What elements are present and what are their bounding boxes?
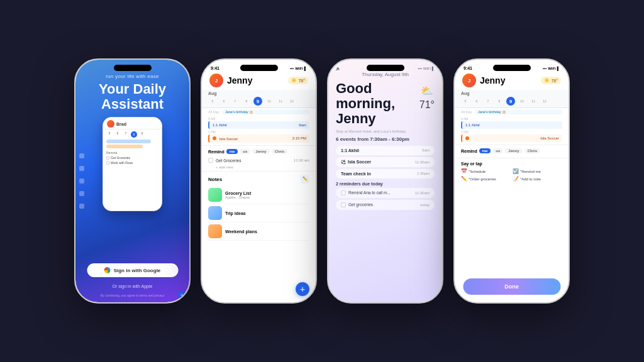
user-avatar-2: J <box>209 74 223 87</box>
sidebar-icon-reminder <box>79 191 84 196</box>
order-icon: ✏️ <box>461 176 467 182</box>
done-button[interactable]: Done <box>463 278 560 295</box>
voice-cmd-schedule[interactable]: 📅 "Schedule <box>461 168 511 174</box>
phone-header-4: J Jenny ☀️ 78° <box>455 72 569 90</box>
remind-chip-chris[interactable]: Chris <box>272 149 287 154</box>
wifi-icon: WiFi <box>295 67 303 70</box>
add-new-task[interactable]: + add new <box>208 164 309 169</box>
calendar-strip-4: Aug 5 6 7 8 9 10 11 12 <box>455 90 569 108</box>
all-day-row-2: All Day Jane's birthday 🎂 <box>202 108 316 116</box>
tagline: run your life with ease <box>106 74 159 79</box>
greeting-title: Goodmorning,Jenny <box>336 81 395 127</box>
hotel-note: Stay at Marriott Hotel, and Lucy's birth… <box>336 129 435 133</box>
remind-chip-us[interactable]: us <box>240 149 250 154</box>
remind-chip-jenny[interactable]: Jenny <box>252 149 269 154</box>
event-soccer-4[interactable]: Isla Soccer <box>461 134 562 142</box>
voice-cmd-remind[interactable]: ☑️ "Remind me <box>513 168 562 174</box>
event-isla-soccer[interactable]: Isla Soccer 2:15 PM <box>208 134 309 143</box>
notes-title-2: Notes <box>208 177 222 182</box>
user-name-4: Jenny <box>480 75 541 85</box>
voice-title: Say or tap <box>461 162 562 166</box>
phone-greeting: 🔈 9:41 ▪▪▪ WiFi ▌ Thursday, August 9th G… <box>327 58 443 304</box>
event-card-soccer[interactable]: ⚽ Isla Soccer 11:30am <box>336 157 435 167</box>
events-summary: 6 events from 7:30am - 6:30pm <box>336 136 435 142</box>
note-icon: 📝 <box>513 176 519 182</box>
status-icons-4: ▪▪▪ WiFi ▌ <box>543 67 560 70</box>
status-icons-2: ▪▪▪ WiFi ▌ <box>290 67 307 70</box>
reminder-1[interactable]: Remind Ana to call m... 11:30am <box>336 188 435 198</box>
remind-chip-jenny-4[interactable]: Jenny <box>505 148 522 153</box>
phone-header-2: J Jenny ☀️ 78° <box>202 72 316 90</box>
signal-icon: ▪▪▪ <box>290 67 294 70</box>
remind-section-4: Remind me us Jenny Chris <box>455 145 569 158</box>
status-time-4: 9:41 <box>464 66 472 70</box>
reminders-heading: 2 reminders due today <box>336 182 435 186</box>
reminder-check-1[interactable] <box>341 190 346 195</box>
mini-phone-mockup: Brad 5 6 7 8 9 Remind <box>103 117 162 211</box>
cmd-order-text: "Order groceries <box>469 177 496 181</box>
cal-month-4: Aug <box>461 91 562 96</box>
voice-commands-section: Say or tap 📅 "Schedule ☑️ "Remind me ✏️ … <box>455 158 569 185</box>
time-events-2: 9 AM 1:1 Akhil 9am 2 PM Isla Soccer 2:15… <box>202 116 316 145</box>
event-1:1-akhil[interactable]: 1:1 Akhil 9am <box>208 121 309 129</box>
signin-google-button[interactable]: Sign in with Google <box>87 263 178 277</box>
weather-badge-2: ☀️ 78° <box>288 77 308 84</box>
note-trip[interactable]: Trip ideas <box>208 204 309 222</box>
event-card-checkin[interactable]: Team check in 1:30pm <box>336 169 435 178</box>
fab-add-button-2[interactable]: + <box>296 282 309 296</box>
mini-event-1 <box>106 140 151 143</box>
remind-chip-chris-4[interactable]: Chris <box>525 148 540 153</box>
notes-edit-icon[interactable]: ✏️ <box>301 175 309 184</box>
note-thumb-grocery <box>208 188 222 202</box>
note-title-grocery: Grocery List <box>225 191 251 195</box>
event-card-akhil[interactable]: 1:1 Akhil 9am <box>336 146 435 155</box>
remind-section-2: Remind me us Jenny Chris Get Groceries 1… <box>202 145 316 171</box>
remind-chip-us-4[interactable]: us <box>492 148 503 153</box>
sidebar-icon-settings <box>79 204 84 209</box>
weather-icon-2: ☀️ <box>291 78 297 83</box>
time-events-4: 9 AM 1:1 Akhil 2 PM Isla Soccer <box>455 116 569 145</box>
wifi-icon-3: WiFi <box>423 67 431 70</box>
sidebar-icon-calendar <box>79 153 84 158</box>
phone-voice: 9:41 ▪▪▪ WiFi ▌ J Jenny ☀️ 78° Aug <box>453 58 570 304</box>
remind-label-2: Remind <box>208 150 225 154</box>
phone-calendar: 9:41 ▪▪▪ WiFi ▌ J Jenny ☀️ 78° Aug <box>201 58 317 304</box>
dynamic-island-1 <box>114 65 152 71</box>
notes-section-2: Notes ✏️ Grocery List Apples · Grapes Tr… <box>202 171 316 243</box>
reminder-check-2[interactable] <box>341 202 346 207</box>
signin-google-label: Sign in with Google <box>114 268 161 273</box>
reminder-2[interactable]: Get groceries today <box>336 200 435 210</box>
voice-cmd-order[interactable]: ✏️ "Order groceries <box>461 176 511 182</box>
birthday-event-2: Jane's birthday 🎂 <box>222 109 309 114</box>
task-checkbox-groceries[interactable] <box>208 158 213 163</box>
remind-chip-me-4[interactable]: me <box>479 148 491 153</box>
sidebar-icon-tasks <box>79 166 84 171</box>
user-name-2: Jenny <box>227 75 288 85</box>
phone-intro: run your life with ease Your Daily Assis… <box>74 58 191 304</box>
signin-apple-link[interactable]: Or sign in with Apple <box>113 284 153 288</box>
hero-title: Your Daily Assistant <box>99 82 166 112</box>
phones-container: run your life with ease Your Daily Assis… <box>62 46 582 316</box>
dynamic-island-2 <box>240 65 278 71</box>
weather-badge-4: ☀️ 78° <box>541 77 561 84</box>
voice-cmd-add-note[interactable]: 📝 "Add to note <box>513 176 562 182</box>
dynamic-island-4 <box>493 65 531 71</box>
remind-chip-me[interactable]: me <box>226 149 238 154</box>
cmd-schedule-text: "Schedule <box>469 170 486 173</box>
temperature: 71° <box>419 99 435 111</box>
user-avatar-4: J <box>462 74 476 87</box>
mini-avatar <box>107 120 114 128</box>
battery-icon-3: ▌ <box>432 67 435 70</box>
event-akhil-4[interactable]: 1:1 Akhil <box>461 121 562 129</box>
mini-remind: Remind <box>106 151 158 155</box>
note-grocery[interactable]: Grocery List Apples · Grapes <box>208 186 309 204</box>
event-dot-4 <box>465 136 469 140</box>
all-day-row-4: All Day Jane's birthday 🎂 <box>455 108 569 116</box>
dynamic-island-3 <box>367 65 404 71</box>
weather-sun-icon: ⛅ <box>421 85 433 97</box>
note-weekend[interactable]: Weekend plans <box>208 222 309 241</box>
note-subtitle-grocery: Apples · Grapes <box>225 195 251 199</box>
note-thumb-weekend <box>208 224 222 238</box>
terms-text: By continuing, you agree to terms and pr… <box>101 293 164 297</box>
status-time-2: 9:41 <box>211 66 219 70</box>
